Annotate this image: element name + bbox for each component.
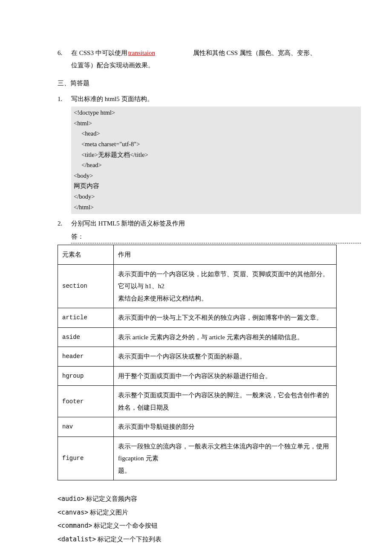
cell-element-name: figure (58, 436, 114, 480)
code-line: </head> (74, 160, 358, 171)
code-line: <body> (74, 171, 358, 181)
tag-name: <datalist> (58, 535, 96, 543)
code-line: 网页内容 (74, 181, 358, 191)
code-line: <meta charset="utf-8"> (74, 139, 358, 150)
question-6: 6. 在 CSS3 中可以使用 transitaion 属性和其他 CSS 属性… (58, 47, 337, 71)
cell-role: 表示页面中的一个内容区块，比如章节、页眉、页脚或页面中的其他部分。它可以与 h1… (114, 264, 337, 308)
sa1-text: 写出标准的 html5 页面结构。 (71, 93, 337, 105)
q6-number: 6. (58, 47, 71, 71)
extra-tag-item: <datalist> 标记定义一个下拉列表 (58, 533, 337, 546)
table-row: header表示页面中一个内容区块或整个页面的标题。 (58, 347, 337, 367)
code-line: </body> (74, 191, 358, 202)
extra-tag-item: <command> 标记定义一个命令按钮 (58, 519, 337, 533)
table-row: footer表示整个页面或页面中一个内容区块的脚注。一般来说，它会包含创作者的姓… (58, 386, 337, 417)
code-line: <title>无标题文档</title> (74, 150, 358, 160)
sa2-number: 2. (58, 217, 71, 230)
cell-role: 表示页面中导航链接的部分 (114, 417, 337, 437)
cell-role: 表示整个页面或页面中一个内容区块的脚注。一般来说，它会包含创作者的姓名，创建日期… (114, 386, 337, 417)
document-page: 6. 在 CSS3 中可以使用 transitaion 属性和其他 CSS 属性… (0, 0, 337, 555)
cell-element-name: hgroup (58, 366, 114, 386)
tag-desc: 标记定义一个下拉列表 (96, 536, 161, 543)
table-row: aside表示 article 元素内容之外的，与 article 元素内容相关… (58, 327, 337, 347)
tag-name: <command> (58, 522, 92, 529)
q6-text-line2: 位置等）配合实现动画效果。 (71, 59, 337, 72)
code-line: <!doctype html> (74, 107, 358, 118)
table-row: article表示页面中的一块与上下文不相关的独立内容，例如博客中的一篇文章。 (58, 308, 337, 328)
semantic-tags-table: 元素名 作用 section表示页面中的一个内容区块，比如章节、页眉、页脚或页面… (58, 245, 337, 480)
tag-desc: 标记定义图片 (88, 509, 128, 516)
cell-role: 用于整个页面或页面中一个内容区块的标题进行组合。 (114, 366, 337, 386)
cell-role: 表示 article 元素内容之外的，与 article 元素内容相关的辅助信息… (114, 327, 337, 347)
sa1-code-block: <!doctype html><html><head><meta charset… (71, 107, 361, 214)
short-answer-2: 2. 分别写出 HTML5 新增的语义标签及作用 (58, 217, 337, 230)
table-row: hgroup用于整个页面或页面中一个内容区块的标题进行组合。 (58, 366, 337, 386)
tag-name: <canvas> (58, 509, 88, 516)
sa1-number: 1. (58, 93, 71, 105)
th-element: 元素名 (58, 245, 114, 265)
cell-element-name: header (58, 347, 114, 367)
table-header-row: 元素名 作用 (58, 245, 337, 265)
code-line: <head> (74, 128, 358, 139)
q6-text-post: 属性和其他 CSS 属性（颜色、宽高、变形、 (193, 49, 316, 56)
extra-tag-item: <audio> 标记定义音频内容 (58, 492, 337, 506)
tag-desc: 标记定义一个命令按钮 (92, 522, 158, 529)
table-row: section表示页面中的一个内容区块，比如章节、页眉、页脚或页面中的其他部分。… (58, 264, 337, 308)
extra-tag-item: <canvas> 标记定义图片 (58, 506, 337, 520)
cell-element-name: section (58, 264, 114, 308)
code-line: </html> (74, 202, 358, 213)
cell-role: 表示一段独立的流内容，一般表示文档主体流内容中的一个独立单元，使用 figcap… (114, 436, 337, 480)
short-answer-1: 1. 写出标准的 html5 页面结构。 (58, 93, 337, 105)
table-row: figure表示一段独立的流内容，一般表示文档主体流内容中的一个独立单元，使用 … (58, 436, 337, 480)
th-role: 作用 (114, 245, 337, 265)
sa2-answer-label: 答： (71, 231, 361, 244)
cell-element-name: article (58, 308, 114, 328)
cell-element-name: nav (58, 417, 114, 437)
cell-role: 表示页面中的一块与上下文不相关的独立内容，例如博客中的一篇文章。 (114, 308, 337, 328)
table-row: nav表示页面中导航链接的部分 (58, 417, 337, 437)
extra-tags-list: <audio> 标记定义音频内容<canvas> 标记定义图片<command>… (58, 492, 337, 546)
code-line: <html> (74, 118, 358, 129)
tag-desc: 标记定义音频内容 (84, 495, 137, 502)
cell-element-name: aside (58, 327, 114, 347)
q6-body: 在 CSS3 中可以使用 transitaion 属性和其他 CSS 属性（颜色… (71, 47, 337, 71)
q6-text-pre: 在 CSS3 中可以使用 (71, 49, 127, 56)
q6-blank-answer: transitaion (127, 47, 193, 59)
section-3-title: 三、简答题 (58, 77, 337, 90)
sa2-text: 分别写出 HTML5 新增的语义标签及作用 (71, 217, 337, 230)
tag-name: <audio> (58, 495, 84, 503)
cell-element-name: footer (58, 386, 114, 417)
cell-role: 表示页面中一个内容区块或整个页面的标题。 (114, 347, 337, 367)
